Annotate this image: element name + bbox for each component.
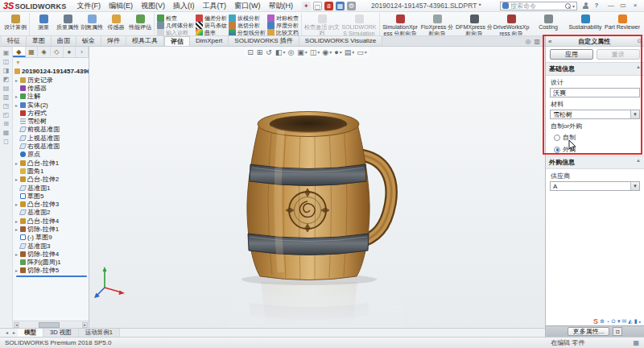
ribbon-button[interactable]: SimulationXpress 分析向导 [382, 13, 419, 35]
headsup-icon[interactable]: ▭▾ [357, 48, 367, 56]
tree-item[interactable]: ▸ 雪松树 [14, 117, 89, 125]
document-tab[interactable]: 模型 [18, 329, 43, 337]
headsup-icon[interactable]: ↺ [266, 48, 273, 56]
footer-icon[interactable]: ⊙ [611, 318, 616, 325]
command-tab[interactable]: 曲面 [52, 36, 76, 46]
headsup-icon[interactable]: ◎ [287, 48, 295, 56]
command-tab[interactable]: 钣金 [76, 36, 101, 46]
left-toolbar-icon[interactable]: ⊞ [3, 121, 9, 127]
ribbon-button[interactable]: 测量 [31, 13, 56, 35]
left-toolbar-icon[interactable]: ▥ [3, 94, 10, 101]
left-toolbar-icon[interactable]: ◫ [3, 59, 10, 65]
tree-item[interactable]: ▸ 原点 [14, 151, 89, 159]
command-tab[interactable]: 评估 [164, 36, 190, 46]
expand-arrow-icon[interactable]: ▸ [15, 77, 19, 83]
tree-tab-icon[interactable]: ◆ [13, 47, 26, 57]
tree-item[interactable]: ▸ 圆角1 [14, 167, 89, 175]
expand-arrow-icon[interactable]: ▸ [15, 160, 19, 166]
expand-arrow-icon[interactable]: ▸ [15, 176, 19, 182]
document-tab[interactable]: 运动算例1 [79, 329, 120, 337]
chevron-down-icon[interactable]: ▼ [630, 110, 639, 118]
ribbon-button[interactable]: FloXpress 分析向导 [419, 13, 456, 35]
menu-item[interactable]: 工具(T) [198, 1, 230, 11]
ribbon-small-button[interactable]: 曲率 [196, 29, 227, 36]
tabrow-tool-icon[interactable]: ◎ [525, 38, 530, 45]
ribbon-button[interactable]: 传感器 [104, 13, 128, 35]
headsup-icon[interactable]: ⊞ [257, 48, 264, 56]
buy-radio-row[interactable]: 外购 [546, 143, 644, 155]
tree-item[interactable]: ▸ 基准面3 [14, 242, 89, 250]
tree-item[interactable]: ▸ 凸台-拉伸3 [14, 200, 89, 208]
minimize-button[interactable]: — [605, 2, 617, 10]
tree-item[interactable]: ▸ 切除-拉伸1 [14, 225, 89, 233]
scrollbar-thumb[interactable] [39, 322, 60, 328]
headsup-icon[interactable]: ⊡ [247, 48, 254, 56]
collapse-chevron-icon[interactable]: ▲ [636, 158, 641, 167]
collapse-chevron-icon[interactable]: ▲ [636, 64, 641, 73]
expand-arrow-icon[interactable]: ▸ [15, 267, 19, 273]
left-toolbar-icon[interactable]: ◳ [3, 103, 10, 110]
tree-item[interactable]: ▸ 传感器 [14, 84, 89, 92]
expand-arrow-icon[interactable]: ▸ [15, 102, 19, 108]
tree-item[interactable]: ▸ 凸台-拉伸1 [14, 159, 89, 167]
tree-tab-icon[interactable]: ● [64, 47, 76, 57]
command-search[interactable]: 搜索命令 ▾ [500, 2, 577, 10]
headsup-icon[interactable]: ◧▾ [275, 48, 286, 56]
ribbon-button[interactable]: 性能评估 [128, 13, 152, 35]
tree-item[interactable]: ▸ 切除-拉伸4 [14, 250, 89, 258]
tree-item[interactable]: ▸ 切除-拉伸5 [14, 267, 89, 275]
tree-item[interactable]: ▸ 注解 [14, 93, 89, 101]
tree-item[interactable]: ▸ 历史记录 [14, 76, 89, 84]
command-tab[interactable]: SOLIDWORKS Visualize [299, 36, 382, 46]
ribbon-button[interactable]: DFMXpress 分析向导 [456, 13, 493, 35]
footer-icon[interactable]: ◭ [628, 318, 632, 325]
menu-item[interactable]: 视图(V) [137, 1, 169, 11]
pin-icon[interactable]: ⊙ [637, 38, 642, 44]
material-dropdown[interactable]: 雪松树 ▼ [550, 110, 640, 119]
command-tab[interactable]: 草图 [27, 36, 52, 46]
tree-item[interactable]: ▸ 凸台-拉伸4 [14, 217, 89, 225]
ribbon-button[interactable]: 质量属性 [56, 13, 80, 35]
chevron-down-icon[interactable]: ▼ [630, 182, 639, 190]
tree-item[interactable]: ▸ 前视基准面 [14, 126, 89, 134]
left-toolbar-icon[interactable]: ◻ [3, 139, 9, 145]
help-button[interactable]: ? [591, 2, 602, 10]
tabrow-tool-icon[interactable]: ▥ [534, 38, 540, 45]
menu-item[interactable]: 编辑(E) [105, 1, 137, 11]
ribbon-button[interactable]: Sustainability [567, 13, 604, 35]
scroll-left-icon[interactable]: ◂ [14, 322, 19, 328]
options-toggle-icon[interactable]: 8 [324, 2, 333, 10]
ribbon-button[interactable]: Part Reviewer [604, 13, 641, 35]
tree-item[interactable]: ▸ 方程式 [14, 109, 89, 117]
close-button[interactable]: × [630, 2, 641, 10]
apply-button[interactable]: 应用 [550, 49, 593, 60]
purchase-info-section-header[interactable]: 外购信息 ▲ [546, 155, 644, 169]
tree-item[interactable]: ▸ 阵列(圆周)1 [14, 259, 89, 267]
basic-info-section-header[interactable]: 基础信息 ▲ [546, 62, 644, 76]
search-dropdown-icon[interactable]: ▾ [572, 3, 575, 9]
user-account-icon[interactable] [582, 2, 589, 10]
status-grid-icon[interactable]: ▦ [633, 339, 639, 346]
expand-arrow-icon[interactable]: ▸ [15, 251, 19, 257]
make-radio-row[interactable]: 自制 [546, 131, 644, 143]
footer-icon[interactable]: S [593, 317, 598, 325]
tree-item[interactable]: ▸ (-) 草图9 [14, 234, 89, 242]
left-toolbar-icon[interactable]: ▦ [3, 130, 10, 136]
tree-tab-icon[interactable]: ▦ [26, 47, 39, 57]
design-study-button[interactable]: 设计算例 [3, 13, 27, 35]
grid-icon[interactable]: ▦ [336, 2, 345, 10]
tree-item[interactable]: ▸ 基准面2 [14, 209, 89, 217]
headsup-icon[interactable]: ▣▾ [297, 48, 308, 56]
tree-root-item[interactable]: 20190124-191457-43961 (默认<<默... [14, 67, 89, 76]
ribbon-button[interactable]: DriveWorksXpress 向导 [493, 13, 530, 35]
command-tab[interactable]: 焊件 [101, 36, 126, 46]
rollback-bar[interactable] [16, 276, 87, 277]
doc-tabs-left-icon[interactable]: ◂ [3, 329, 10, 337]
supplier-dropdown[interactable]: A ▼ [550, 181, 640, 191]
footer-icon[interactable]: ⊕ [600, 318, 605, 325]
new-document-icon[interactable]: ▢ [313, 2, 322, 10]
document-tab[interactable]: 3D 视图 [43, 329, 79, 337]
tree-tab-icon[interactable]: › [76, 47, 89, 57]
left-toolbar-icon[interactable]: ◩ [3, 77, 10, 83]
more-properties-button[interactable]: 更多属性... [568, 327, 610, 336]
